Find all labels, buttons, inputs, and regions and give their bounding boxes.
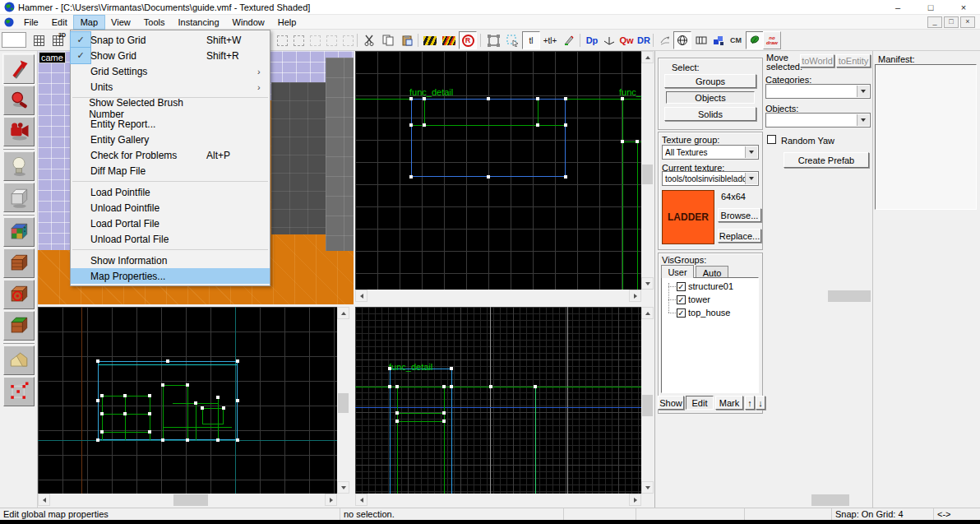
copy-button[interactable] <box>379 31 397 49</box>
nodraw-button[interactable]: nodraw <box>763 31 781 49</box>
menu-item-load-pointfile[interactable]: Load Pointfile <box>71 184 270 200</box>
viewport-2d-front[interactable] <box>355 307 641 494</box>
menu-item-entity-gallery[interactable]: Entity Gallery <box>71 132 270 147</box>
cordon-mode-button[interactable]: CM <box>727 31 745 49</box>
visgroup-checkbox[interactable]: ✓ <box>677 282 686 291</box>
menu-map[interactable]: Map <box>74 16 104 29</box>
objects-dropdown[interactable] <box>765 113 871 128</box>
visgroup-show-button[interactable]: Show <box>658 396 684 410</box>
random-yaw-checkbox[interactable] <box>767 135 776 144</box>
axis-mode-button[interactable] <box>600 31 618 49</box>
mdi-minimize-button[interactable]: _ <box>927 16 942 28</box>
display-modes-button[interactable]: Dp <box>583 31 601 49</box>
ignore-groups-button[interactable] <box>306 31 324 49</box>
menu-view[interactable]: View <box>104 16 137 29</box>
instances-button[interactable] <box>710 31 728 49</box>
dropdown-button[interactable] <box>857 114 869 126</box>
texture-lock-button[interactable] <box>421 31 439 49</box>
scroll-right-button[interactable] <box>629 494 641 506</box>
current-texture-dropdown[interactable]: tools/toolsinvisibleladde <box>662 171 759 186</box>
scroll-up-button[interactable] <box>641 51 654 63</box>
menu-item-units[interactable]: Units › <box>71 79 270 95</box>
menu-item-unload-pointfile[interactable]: Unload Pointfile <box>71 200 270 216</box>
clipping-tool-button[interactable] <box>3 345 35 375</box>
scrollbar-vertical[interactable] <box>641 51 654 290</box>
scrollbar-thumb[interactable] <box>811 494 849 506</box>
magnify-tool-button[interactable] <box>3 86 35 115</box>
hide-selected-button[interactable] <box>322 31 340 49</box>
toolbar-filter-box[interactable] <box>2 32 26 48</box>
mdi-restore-button[interactable]: □ <box>944 16 959 28</box>
menu-tools[interactable]: Tools <box>137 16 172 29</box>
scrollbar-vertical[interactable] <box>641 307 654 494</box>
menu-item-map-properties[interactable]: Map Properties... <box>71 268 270 284</box>
scroll-down-button[interactable] <box>337 481 349 494</box>
manifest-list[interactable] <box>875 64 977 210</box>
scrollbar-horizontal[interactable] <box>38 494 337 507</box>
apply-current-texture-button[interactable] <box>3 248 35 278</box>
scrollbar-thumb[interactable] <box>828 290 871 302</box>
scroll-left-button[interactable] <box>38 494 50 506</box>
texture-lock-tl-button[interactable]: tl <box>522 31 540 49</box>
menu-instancing[interactable]: Instancing <box>171 16 225 29</box>
entity-tool-button[interactable] <box>3 151 35 181</box>
menu-item-load-portal-file[interactable]: Load Portal File <box>71 216 270 231</box>
dropdown-button[interactable] <box>857 86 869 97</box>
scroll-up-button[interactable] <box>641 307 654 319</box>
menu-window[interactable]: Window <box>226 16 271 29</box>
sphere-button[interactable] <box>673 31 691 49</box>
scroll-left-button[interactable] <box>355 494 368 506</box>
film-button[interactable] <box>692 31 710 49</box>
detail-render-button[interactable]: DR <box>635 31 653 49</box>
texture-scale-lock-button[interactable] <box>440 31 458 49</box>
paste-button[interactable] <box>398 31 416 49</box>
tab-user[interactable]: User <box>661 265 694 278</box>
categories-dropdown[interactable] <box>765 84 871 99</box>
select-objects-button[interactable]: Objects <box>666 91 755 104</box>
visgroup-item[interactable]: ✓ tower <box>668 294 710 304</box>
overlay-tool-button[interactable] <box>3 311 35 341</box>
camera-tool-button[interactable] <box>3 117 35 146</box>
visgroup-item[interactable]: ✓ top_house <box>668 308 730 318</box>
menu-file[interactable]: File <box>17 16 45 29</box>
cut-button[interactable] <box>360 31 378 49</box>
group-button[interactable] <box>273 31 291 49</box>
close-button[interactable]: × <box>947 2 980 12</box>
mdi-close-button[interactable]: × <box>960 16 975 28</box>
dropdown-button[interactable] <box>745 173 757 184</box>
menu-item-grid-settings[interactable]: Grid Settings › <box>71 63 270 79</box>
toggle-grid-button[interactable] <box>30 31 48 49</box>
scroll-down-button[interactable] <box>641 277 654 290</box>
ungroup-button[interactable] <box>289 31 307 49</box>
split-face-button[interactable] <box>560 31 578 49</box>
to-entity-button[interactable]: toEntity <box>836 54 871 67</box>
menu-item-show-information[interactable]: Show Information <box>71 253 270 268</box>
menu-item-show-selected-brush-number[interactable]: Show Selected Brush Number <box>71 100 270 116</box>
visgroup-checkbox[interactable]: ✓ <box>677 295 686 304</box>
hide-unselected-button[interactable] <box>339 31 357 49</box>
select-touching-button[interactable] <box>503 31 521 49</box>
scrollbar-thumb[interactable] <box>642 165 653 184</box>
visgroup-item[interactable]: ✓ structure01 <box>668 281 733 291</box>
menu-item-show-grid[interactable]: ✓ Show Grid Shift+R <box>71 48 270 63</box>
world-mode-button[interactable]: Qw <box>617 31 636 49</box>
select-groups-button[interactable]: Groups <box>664 74 756 88</box>
visgroup-mark-button[interactable]: Mark <box>715 396 743 410</box>
dropdown-button[interactable] <box>745 146 757 158</box>
faces-button[interactable] <box>656 31 674 49</box>
scroll-left-button[interactable] <box>355 290 368 302</box>
visgroups-list[interactable]: ✓ structure01 ✓ tower ✓ top_house <box>661 277 759 393</box>
apply-decals-button[interactable] <box>3 280 35 309</box>
texture-application-button[interactable] <box>3 217 35 247</box>
scrollbar-thumb[interactable] <box>173 494 208 506</box>
visgroup-move-down-button[interactable]: ↓ <box>756 396 765 410</box>
menu-item-check-for-problems[interactable]: Check for Problems Alt+P <box>71 147 270 163</box>
selection-tool-button[interactable] <box>3 54 35 84</box>
to-world-button[interactable]: toWorld <box>800 54 834 67</box>
visgroup-checkbox[interactable]: ✓ <box>677 308 686 318</box>
replace-button[interactable]: Replace... <box>718 229 761 243</box>
foliage-button[interactable] <box>746 31 764 49</box>
visgroup-edit-button[interactable]: Edit <box>686 396 714 410</box>
scroll-up-button[interactable] <box>337 307 349 319</box>
texture-group-dropdown[interactable]: All Textures <box>662 145 759 160</box>
